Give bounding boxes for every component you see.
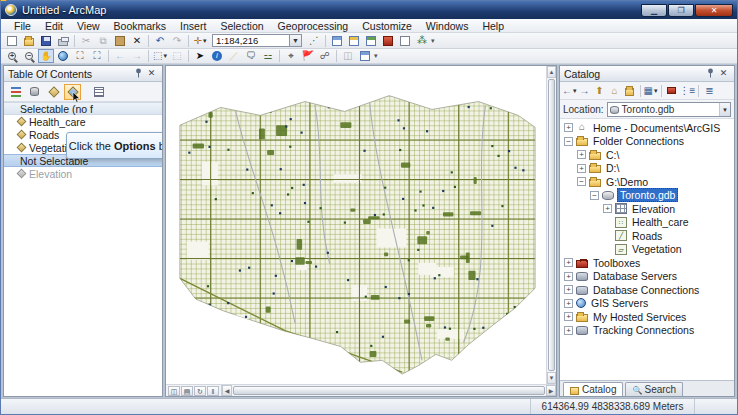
search-window-button[interactable] [363, 34, 379, 48]
toc-group-header[interactable]: Selectable (no f [4, 102, 162, 115]
fixed-zoom-out-tool[interactable]: ⛶ [89, 49, 105, 63]
redo-icon[interactable]: ↷ [169, 34, 185, 48]
refresh-view-button[interactable]: ↻ [194, 386, 206, 396]
expand-icon[interactable]: + [564, 272, 573, 281]
toc-close-icon[interactable]: ✕ [145, 68, 158, 80]
minimize-button[interactable]: ▁ [641, 4, 667, 17]
up-one-level-button[interactable]: ⬆ [593, 83, 607, 98]
menu-item-edit[interactable]: Edit [38, 19, 70, 33]
arctoolbox-button[interactable] [380, 34, 396, 48]
go-to-default-gdb-button[interactable] [623, 83, 637, 98]
save-button[interactable] [38, 34, 54, 48]
go-forward-extent-icon[interactable]: → [129, 49, 145, 63]
catalog-options-button[interactable]: ≣ [702, 83, 716, 98]
select-elements-tool[interactable]: ➤ [192, 49, 208, 63]
go-to-xy-tool[interactable]: ☍ [317, 49, 333, 63]
clear-selection-icon[interactable]: ⬚ [169, 49, 185, 63]
tree-item-home-documents-arcgis[interactable]: +⌂Home - Documents\ArcGIS [560, 121, 734, 135]
layout-view-button[interactable]: ▤ [181, 386, 193, 396]
menu-item-geoprocessing[interactable]: Geoprocessing [271, 19, 356, 33]
tab-search[interactable]: 🔍Search [625, 382, 683, 396]
map-scale-dropdown-icon[interactable]: ▼ [290, 34, 302, 47]
expand-icon[interactable]: + [564, 326, 573, 335]
tree-item-c-[interactable]: +C:\ [560, 148, 734, 162]
expand-icon[interactable]: + [577, 150, 586, 159]
scroll-down-icon[interactable]: ▼ [547, 372, 556, 384]
list-by-selection-button[interactable] [64, 84, 81, 100]
time-slider-icon[interactable]: ◫ [340, 49, 356, 63]
hyperlink-tool[interactable]: ／ [226, 49, 242, 63]
identify-tool[interactable]: i [209, 49, 225, 63]
expand-icon[interactable]: + [564, 258, 573, 267]
html-popup-tool[interactable]: 🗨 [243, 49, 259, 63]
tree-item-roads[interactable]: ╱Roads [560, 229, 734, 243]
tab-catalog[interactable]: Catalog [563, 382, 623, 396]
launch-toolbox-button[interactable] [665, 83, 679, 98]
new-document-button[interactable] [4, 34, 20, 48]
tree-item-gis-servers[interactable]: +GIS Servers [560, 297, 734, 311]
location-combo[interactable]: Toronto.gdb ▼ [607, 102, 731, 117]
map-horizontal-scrollbar[interactable]: ◀ ▶ [222, 385, 556, 396]
copy-icon[interactable]: ⧉ [95, 34, 111, 48]
collapse-icon[interactable]: − [577, 177, 586, 186]
menu-item-windows[interactable]: Windows [419, 19, 476, 33]
viewer-window-tool[interactable] [357, 49, 373, 63]
select-features-tool[interactable]: ⬚▾ [152, 49, 168, 63]
map-canvas[interactable] [166, 66, 546, 384]
catalog-back-button[interactable]: ←▾ [562, 83, 577, 98]
pause-drawing-button[interactable]: ‖ [207, 386, 219, 396]
toolbar2-overflow-icon[interactable]: ▾ [374, 52, 382, 60]
pan-tool[interactable]: ✋ [38, 49, 54, 63]
tree-item-toronto-gdb[interactable]: −Toronto.gdb [560, 189, 734, 203]
close-button[interactable]: ✕ [695, 4, 733, 17]
list-by-drawing-order-button[interactable] [7, 84, 24, 100]
contents-view-button[interactable]: ▦▾ [644, 83, 658, 98]
toc-pin-icon[interactable] [132, 68, 145, 80]
catalog-forward-button[interactable]: → [578, 83, 592, 98]
menu-item-view[interactable]: View [70, 19, 107, 33]
table-of-contents-window-button[interactable] [329, 34, 345, 48]
scroll-up-icon[interactable]: ▲ [547, 66, 556, 78]
tree-item-my-hosted-services[interactable]: +My Hosted Services [560, 310, 734, 324]
measure-tool[interactable]: ⚍ [260, 49, 276, 63]
collapse-icon[interactable]: − [590, 191, 599, 200]
data-view-button[interactable]: ◫ [168, 386, 180, 396]
catalog-pin-icon[interactable] [704, 68, 717, 80]
toc-options-button[interactable] [90, 84, 107, 100]
cut-icon[interactable]: ✂ [78, 34, 94, 48]
editor-sketch-icon[interactable]: ⋰ [306, 34, 322, 48]
list-by-visibility-button[interactable] [45, 84, 62, 100]
open-button[interactable] [21, 34, 37, 48]
undo-icon[interactable]: ↶ [152, 34, 168, 48]
expand-icon[interactable]: + [564, 312, 573, 321]
collapse-icon[interactable]: − [564, 137, 573, 146]
list-by-source-button[interactable] [26, 84, 43, 100]
go-to-home-folder-button[interactable]: ⌂ [608, 83, 622, 98]
menu-item-customize[interactable]: Customize [355, 19, 419, 33]
zoom-out-tool[interactable]: − [21, 49, 37, 63]
map-vertical-scrollbar[interactable]: ▲ ▼ [546, 66, 556, 384]
toc-layer-health_care[interactable]: Health_care [4, 115, 162, 128]
print-button[interactable] [55, 34, 71, 48]
menu-item-bookmarks[interactable]: Bookmarks [107, 19, 174, 33]
location-dropdown-icon[interactable]: ▼ [719, 103, 730, 116]
toc-layer-elevation[interactable]: Elevation [4, 167, 162, 180]
tree-item-elevation[interactable]: +Elevation [560, 202, 734, 216]
tree-item-d-[interactable]: +D:\ [560, 162, 734, 176]
go-back-extent-icon[interactable]: ← [112, 49, 128, 63]
tree-item-toolboxes[interactable]: +Toolboxes [560, 256, 734, 270]
toolbar-overflow-icon[interactable]: ▾ [431, 37, 439, 45]
scroll-left-icon[interactable]: ◀ [222, 385, 232, 396]
expand-icon[interactable]: + [564, 299, 573, 308]
map-scale-value[interactable]: 1:184,216 [212, 34, 290, 47]
menu-item-insert[interactable]: Insert [173, 19, 213, 33]
vertical-scroll-thumb[interactable] [548, 79, 555, 371]
pan-to-icon[interactable]: ✛▾ [192, 34, 208, 48]
find-tool[interactable]: ⌖ [283, 49, 299, 63]
full-extent-tool[interactable] [55, 49, 71, 63]
paste-icon[interactable] [112, 34, 128, 48]
tree-item-health-care[interactable]: ∷Health_care [560, 216, 734, 230]
tree-item-g-demo[interactable]: −G:\Demo [560, 175, 734, 189]
expand-icon[interactable]: + [564, 285, 573, 294]
expand-icon[interactable]: + [577, 164, 586, 173]
